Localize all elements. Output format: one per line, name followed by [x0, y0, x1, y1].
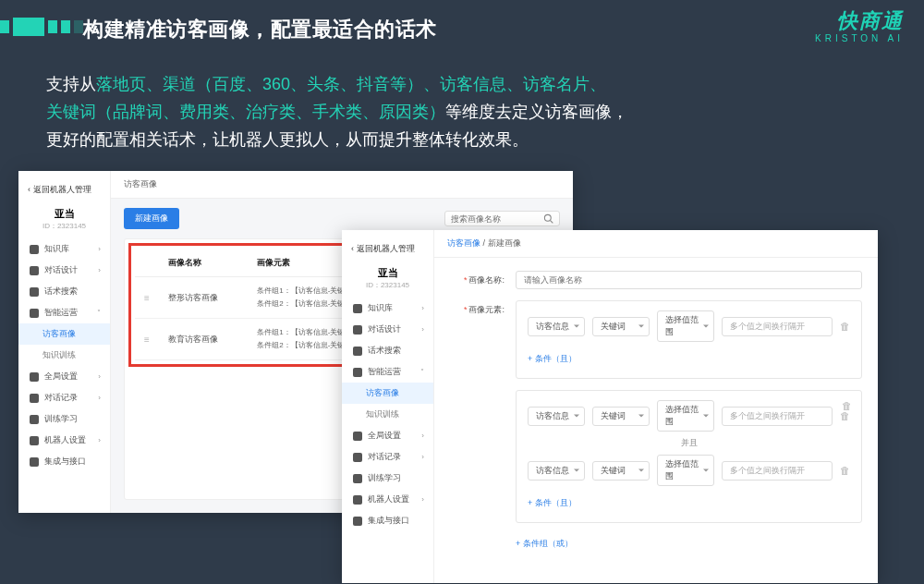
- chevron-icon: ˅: [420, 368, 424, 376]
- sidebar-item-label: 对话设计: [368, 323, 421, 335]
- bot-id: ID：2323145: [342, 280, 433, 298]
- back-label: 返回机器人管理: [33, 185, 91, 194]
- screenshot-stage: ‹ 返回机器人管理 亚当 ID：2323145 知识库›对话设计›话术搜索智能运…: [18, 171, 906, 584]
- chevron-icon: ›: [98, 266, 101, 274]
- delete-icon[interactable]: 🗑: [840, 410, 850, 421]
- sidebar-item[interactable]: 知识训练: [18, 345, 110, 366]
- delete-icon[interactable]: 🗑: [840, 321, 850, 332]
- sidebar-item[interactable]: 知识训练: [342, 404, 433, 425]
- sidebar-item[interactable]: 话术搜索: [342, 340, 433, 361]
- new-profile-button[interactable]: 新建画像: [124, 208, 179, 229]
- sidebar-item[interactable]: 训练学习: [18, 408, 110, 430]
- select-field[interactable]: 关键词: [592, 461, 650, 481]
- menu-icon: [30, 457, 39, 467]
- back-link[interactable]: ‹ 返回机器人管理: [342, 239, 433, 262]
- sidebar-item-label: 对话设计: [44, 264, 98, 276]
- sidebar-item-label: 智能运营: [368, 366, 420, 378]
- add-group-link[interactable]: + 条件组（或）: [516, 534, 862, 554]
- sidebar-item[interactable]: 知识库›: [342, 298, 433, 319]
- sidebar-item-label: 访客画像: [43, 328, 101, 340]
- sidebar-item[interactable]: 训练学习: [342, 468, 433, 489]
- profile-name-input[interactable]: [516, 271, 862, 289]
- back-link[interactable]: ‹ 返回机器人管理: [18, 180, 110, 203]
- svg-point-0: [544, 214, 551, 221]
- bot-name: 亚当: [18, 203, 110, 221]
- desc-text: 等维度去定义访客画像，: [445, 103, 628, 121]
- crumb-current: 访客画像: [124, 179, 157, 189]
- sidebar-item[interactable]: 话术搜索: [18, 281, 110, 302]
- search-input[interactable]: [451, 214, 543, 224]
- select-field[interactable]: 关键词: [592, 317, 650, 336]
- description: 支持从落地页、渠道（百度、360、头条、抖音等）、访客信息、访客名片、 关键词（…: [46, 70, 887, 153]
- sidebar-item[interactable]: 全局设置›: [342, 425, 433, 446]
- value-input[interactable]: 多个值之间换行隔开: [722, 461, 833, 481]
- svg-line-1: [551, 221, 553, 224]
- menu-icon: [30, 245, 39, 254]
- menu-icon: [30, 287, 39, 297]
- sidebar-item-label: 集成与接口: [44, 456, 101, 468]
- chevron-icon: ›: [98, 372, 101, 381]
- sidebar-item[interactable]: 访客画像: [18, 323, 110, 345]
- crumb-link[interactable]: 访客画像: [447, 238, 480, 248]
- value-input[interactable]: 多个值之间换行隔开: [722, 407, 833, 426]
- sidebar-item[interactable]: 对话记录›: [18, 387, 110, 408]
- select-source[interactable]: 访客信息: [528, 461, 585, 481]
- menu-icon: [30, 372, 39, 382]
- search-box[interactable]: [444, 211, 560, 226]
- sidebar-item[interactable]: 智能运营˅: [342, 361, 433, 383]
- delete-icon[interactable]: 🗑: [840, 465, 850, 476]
- menu-icon: [353, 368, 362, 377]
- sidebar-item-label: 对话记录: [44, 392, 98, 404]
- sidebar-item-label: 集成与接口: [368, 515, 424, 527]
- menu-icon: [353, 347, 362, 356]
- select-source[interactable]: 访客信息: [528, 407, 585, 426]
- menu-icon: [30, 309, 39, 318]
- select-range[interactable]: 选择值范围: [657, 310, 714, 342]
- sidebar-left: ‹ 返回机器人管理 亚当 ID：2323145 知识库›对话设计›话术搜索智能运…: [18, 171, 111, 513]
- sidebar-item-label: 机器人设置: [44, 434, 98, 446]
- sidebar-item[interactable]: 全局设置›: [18, 366, 110, 387]
- sidebar-item[interactable]: 对话记录›: [342, 446, 433, 468]
- drag-handle-icon[interactable]: ≡: [144, 335, 150, 345]
- sidebar-item[interactable]: 集成与接口: [18, 451, 110, 472]
- sidebar-item[interactable]: 集成与接口: [342, 510, 433, 531]
- add-condition-link[interactable]: + 条件（且）: [528, 493, 850, 513]
- chevron-icon: ›: [421, 453, 424, 461]
- and-label: 并且: [528, 437, 850, 449]
- menu-icon: [353, 517, 362, 526]
- sidebar-item-label: 知识库: [368, 302, 421, 314]
- value-input[interactable]: 多个值之间换行隔开: [722, 317, 833, 336]
- select-source[interactable]: 访客信息: [528, 317, 585, 336]
- select-range[interactable]: 选择值范围: [657, 455, 714, 486]
- sidebar-item[interactable]: 机器人设置›: [18, 430, 110, 451]
- sidebar-item[interactable]: 机器人设置›: [342, 489, 433, 510]
- condition-group: 访客信息 关键词 选择值范围 多个值之间换行隔开 🗑 并且 访客信息 关键词: [516, 390, 862, 523]
- sidebar-item-label: 智能运营: [44, 307, 97, 319]
- sidebar-item-label: 话术搜索: [368, 345, 424, 357]
- select-range[interactable]: 选择值范围: [657, 400, 714, 432]
- desc-text: 支持从: [46, 75, 96, 93]
- menu-icon: [30, 394, 39, 403]
- sidebar-item-label: 全局设置: [44, 371, 98, 383]
- sidebar-item[interactable]: 知识库›: [18, 238, 110, 260]
- page-title: 构建精准访客画像，配置最适合的话术: [83, 16, 437, 43]
- sidebar-item[interactable]: 对话设计›: [342, 319, 433, 340]
- sidebar-item[interactable]: 智能运营˅: [18, 302, 110, 323]
- brand-en: KRISTON AI: [815, 33, 904, 43]
- back-label: 返回机器人管理: [357, 244, 415, 253]
- add-condition-link[interactable]: + 条件（且）: [528, 349, 850, 369]
- delete-group-icon[interactable]: 🗑: [842, 400, 852, 411]
- sidebar-right: ‹ 返回机器人管理 亚当 ID：2323145 知识库›对话设计›话术搜索智能运…: [342, 230, 434, 583]
- desc-keyword: 落地页、渠道（百度、360、头条、抖音等）、访客信息、访客名片、: [96, 75, 606, 93]
- chevron-icon: ›: [98, 245, 101, 253]
- menu-icon: [353, 453, 362, 462]
- crumb-current: 新建画像: [488, 238, 521, 248]
- menu-icon: [30, 436, 39, 445]
- select-field[interactable]: 关键词: [592, 407, 650, 426]
- sidebar-item[interactable]: 对话设计›: [18, 260, 110, 281]
- sidebar-item-label: 全局设置: [368, 430, 421, 442]
- menu-icon: [353, 304, 362, 313]
- chevron-icon: ›: [421, 432, 424, 440]
- sidebar-item[interactable]: 访客画像: [342, 383, 433, 404]
- drag-handle-icon[interactable]: ≡: [144, 293, 150, 303]
